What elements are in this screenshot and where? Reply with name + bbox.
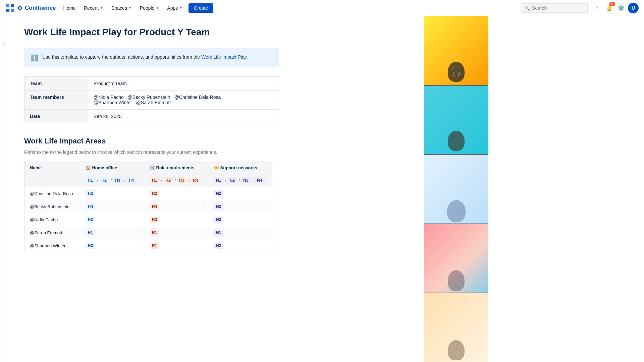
h4-badge: H4 (126, 177, 136, 183)
svg-rect-0 (6, 4, 9, 7)
meta-label-team: Team (24, 77, 88, 90)
n3-badge: N3 (241, 177, 251, 183)
rating-header-name-empty (24, 174, 80, 187)
meta-value-date: Sep 28, 2020 (88, 110, 279, 123)
page-title: Work Life Impact Play for Product Y Team (24, 27, 408, 38)
impact-table: Name 🏠 Home office 🛠️ Role requirements … (24, 162, 272, 252)
info-text: Use this template to capture the outputs… (42, 54, 248, 62)
info-box: ℹ️ Use this template to capture the outp… (24, 48, 279, 67)
user-avatar[interactable]: U (628, 3, 639, 13)
support-badge: N3 (214, 217, 223, 223)
work-life-impact-link[interactable]: Work Life Impact Play (201, 54, 247, 60)
video-tile-5 (424, 293, 488, 362)
people-chevron-icon: ▼ (156, 6, 159, 10)
avatar-initial: U (632, 5, 635, 11)
row-home: H4 (80, 200, 144, 213)
nav-spaces[interactable]: Spaces ▼ (108, 3, 135, 13)
main-layout: › Work Life Impact Play for Product Y Te… (0, 16, 644, 362)
row-home: H2 (80, 213, 144, 226)
help-icon: ? (596, 5, 599, 11)
support-badge: N1 (214, 230, 223, 236)
table-row: @Nidia Pacho H2 R3 N3 (24, 213, 272, 226)
row-home: H3 (80, 239, 144, 252)
r2-badge: R2 (163, 177, 173, 183)
help-button[interactable]: ? (592, 3, 602, 13)
member-tag: @Sarah Emmott (136, 100, 171, 105)
role-badge: R3 (150, 217, 159, 223)
nav-people[interactable]: People ▼ (137, 3, 163, 13)
meta-table: Team Product Y Team Team members @Nidia … (24, 76, 279, 123)
table-header-row: Name 🏠 Home office 🛠️ Role requirements … (24, 162, 272, 174)
member-tag: @Nidia Pacho (94, 95, 124, 100)
row-name: @Shannon Winter (24, 239, 80, 252)
n4-badge: N4 (255, 177, 264, 183)
sidebar-toggle[interactable]: › (0, 16, 8, 362)
svg-rect-2 (6, 9, 9, 12)
create-button[interactable]: Create (189, 3, 213, 13)
role-badge: R4 (150, 203, 159, 209)
search-input[interactable] (532, 5, 576, 11)
nav-recent[interactable]: Recent ▼ (80, 3, 107, 13)
col-header-name: Name (24, 162, 80, 174)
toggle-arrow-icon: › (3, 42, 5, 46)
row-role: R4 (144, 200, 208, 213)
row-support: N1 (208, 226, 272, 239)
member-tag: @Becky Rubenstein (128, 95, 170, 100)
table-row: Team members @Nidia Pacho @Becky Rubenst… (24, 90, 279, 110)
section-title: Work Life Impact Areas (24, 137, 408, 145)
rating-header-home: H1 / H2 / H3 / H4 (80, 174, 144, 187)
row-role: R1 (144, 239, 208, 252)
top-navigation: Confluence Home Recent ▼ Spaces ▼ People… (0, 0, 644, 16)
row-role: R2 (144, 187, 208, 200)
row-support: N3 (208, 213, 272, 226)
member-tag: @Shannon Winter (94, 100, 132, 105)
confluence-logo[interactable]: Confluence (5, 3, 56, 13)
home-badge: H2 (86, 217, 95, 223)
role-badge: R1 (150, 243, 159, 249)
settings-button[interactable]: ⚙️ (616, 3, 627, 13)
section-subtitle: Refer to the to the legend below to choo… (24, 149, 408, 155)
grid-icon (5, 3, 15, 13)
row-name: @Nidia Pacho (24, 213, 80, 226)
recent-chevron-icon: ▼ (100, 6, 103, 10)
table-row: Date Sep 28, 2020 (24, 110, 279, 123)
table-rating-header-row: H1 / H2 / H3 / H4 R1 / R2 (24, 174, 272, 187)
n2-badge: N2 (227, 177, 237, 183)
support-badge: N2 (214, 203, 223, 209)
nav-home[interactable]: Home (60, 3, 79, 13)
nav-icon-group: ? 🔔 9+ ⚙️ U (592, 3, 639, 13)
table-row: Team Product Y Team (24, 77, 279, 90)
row-role: R1 (144, 226, 208, 239)
confluence-wordmark-icon (17, 5, 23, 11)
notifications-button[interactable]: 🔔 9+ (604, 3, 614, 13)
table-row: @Christine Dela Rosa H2 R2 N2 (24, 187, 272, 200)
apps-chevron-icon: ▼ (179, 6, 182, 10)
row-home: H1 (80, 226, 144, 239)
table-row: @Becky Rubenstein H4 R4 N2 (24, 200, 272, 213)
table-row: @Shannon Winter H3 R1 N2 (24, 239, 272, 252)
gear-icon: ⚙️ (618, 5, 625, 11)
role-badge: R2 (150, 190, 159, 196)
col-header-role: 🛠️ Role requirements (144, 162, 208, 174)
row-home: H2 (80, 187, 144, 200)
row-support: N2 (208, 239, 272, 252)
page-content: Work Life Impact Play for Product Y Team… (8, 16, 424, 362)
meta-value-team: Product Y Team (88, 77, 279, 90)
video-panel: 🎧 (424, 16, 488, 362)
svg-rect-3 (11, 9, 14, 12)
row-support: N2 (208, 200, 272, 213)
h2-badge: H2 (99, 177, 109, 183)
nav-apps[interactable]: Apps ▼ (164, 3, 186, 13)
search-box[interactable]: 🔍 (521, 3, 588, 13)
row-name: @Sarah Emmott (24, 226, 80, 239)
spaces-chevron-icon: ▼ (128, 6, 132, 10)
support-badge: N2 (214, 243, 223, 249)
row-support: N2 (208, 187, 272, 200)
info-icon: ℹ️ (31, 54, 38, 62)
table-row: @Sarah Emmott H1 R1 N1 (24, 226, 272, 239)
rating-header-support: N1 / N2 / N3 / N4 (208, 174, 272, 187)
svg-rect-1 (11, 4, 14, 7)
row-name: @Christine Dela Rosa (24, 187, 80, 200)
n1-badge: N1 (214, 177, 223, 183)
search-icon: 🔍 (524, 5, 530, 11)
